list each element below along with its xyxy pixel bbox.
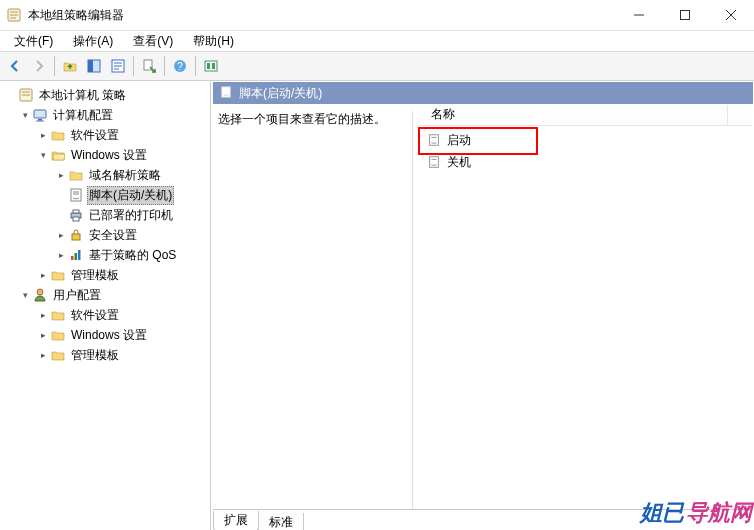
tree-label: 计算机配置 [51, 106, 115, 125]
help-button[interactable]: ? [169, 55, 191, 77]
svg-rect-33 [71, 256, 74, 260]
tree-label: 已部署的打印机 [87, 206, 175, 225]
expander-closed-icon[interactable]: ▸ [36, 330, 50, 340]
tab-standard[interactable]: 标准 [258, 513, 304, 530]
expander-closed-icon[interactable]: ▸ [36, 310, 50, 320]
properties-button[interactable] [107, 55, 129, 77]
tree-security-settings[interactable]: ▸ 安全设置 [0, 225, 210, 245]
column-divider[interactable] [412, 111, 413, 509]
list-header: 名称 [417, 105, 752, 125]
content-pane: 脚本(启动/关机) 选择一个项目来查看它的描述。 名称 启动 [211, 81, 754, 530]
svg-rect-30 [73, 210, 79, 213]
list-column: 名称 启动 关机 [417, 105, 752, 509]
expander-open-icon[interactable]: ▾ [18, 110, 32, 120]
svg-rect-23 [34, 110, 46, 118]
forward-button[interactable] [28, 55, 50, 77]
menu-view[interactable]: 查看(V) [127, 32, 179, 51]
tree-label: Windows 设置 [69, 326, 149, 345]
description-prompt: 选择一个项目来查看它的描述。 [218, 112, 386, 126]
svg-rect-5 [681, 11, 690, 20]
svg-rect-25 [36, 121, 44, 122]
tree-deployed-printers[interactable]: 已部署的打印机 [0, 205, 210, 225]
user-icon [32, 287, 48, 303]
show-hide-tree-button[interactable] [83, 55, 105, 77]
tree-label: 管理模板 [69, 266, 121, 285]
export-button[interactable] [138, 55, 160, 77]
minimize-button[interactable] [616, 0, 662, 30]
tree: 本地计算机 策略 ▾ 计算机配置 ▸ 软件设置 ▾ Windows 设置 ▸ 域 [0, 85, 210, 365]
titlebar: 本地组策略编辑器 [0, 0, 754, 31]
printer-icon [68, 207, 84, 223]
script-icon [219, 85, 233, 102]
menu-action[interactable]: 操作(A) [67, 32, 119, 51]
list-item-startup[interactable]: 启动 [417, 129, 752, 151]
policy-icon [18, 87, 34, 103]
main-area: 本地计算机 策略 ▾ 计算机配置 ▸ 软件设置 ▾ Windows 设置 ▸ 域 [0, 81, 754, 530]
script-icon [427, 155, 441, 169]
menu-help[interactable]: 帮助(H) [187, 32, 240, 51]
list-item-label: 启动 [447, 132, 471, 149]
menu-file[interactable]: 文件(F) [8, 32, 59, 51]
expander-closed-icon[interactable]: ▸ [54, 250, 68, 260]
folder-icon [50, 267, 66, 283]
expander-closed-icon[interactable]: ▸ [36, 270, 50, 280]
expander-closed-icon[interactable]: ▸ [36, 350, 50, 360]
toolbar-separator [164, 56, 165, 76]
tree-computer-config[interactable]: ▾ 计算机配置 [0, 105, 210, 125]
maximize-button[interactable] [662, 0, 708, 30]
tree-scripts[interactable]: 脚本(启动/关机) [0, 185, 210, 205]
tree-root[interactable]: 本地计算机 策略 [0, 85, 210, 105]
tab-label: 扩展 [224, 512, 248, 529]
svg-text:?: ? [177, 61, 183, 72]
tree-admin-templates-u[interactable]: ▸ 管理模板 [0, 345, 210, 365]
svg-rect-18 [207, 63, 210, 69]
tree-label: 域名解析策略 [87, 166, 163, 185]
content-header-title: 脚本(启动/关机) [239, 85, 322, 102]
tree-windows-settings-u[interactable]: ▸ Windows 设置 [0, 325, 210, 345]
up-button[interactable] [59, 55, 81, 77]
toolbar-separator [195, 56, 196, 76]
expander-closed-icon[interactable]: ▸ [54, 230, 68, 240]
tree-software-settings-u[interactable]: ▸ 软件设置 [0, 305, 210, 325]
svg-rect-32 [72, 234, 80, 240]
toolbar: ? [0, 52, 754, 81]
description-column: 选择一个项目来查看它的描述。 [218, 111, 408, 128]
column-header-name[interactable]: 名称 [417, 105, 728, 126]
expander-closed-icon[interactable]: ▸ [54, 170, 68, 180]
tree-admin-templates-c[interactable]: ▸ 管理模板 [0, 265, 210, 285]
svg-rect-19 [212, 63, 215, 69]
tab-extended[interactable]: 扩展 [213, 511, 259, 530]
tree-user-config[interactable]: ▾ 用户配置 [0, 285, 210, 305]
tree-label: 脚本(启动/关机) [87, 186, 174, 205]
column-header-spacer [728, 105, 752, 126]
expander-open-icon[interactable]: ▾ [36, 150, 50, 160]
script-icon [68, 187, 84, 203]
toolbar-separator [54, 56, 55, 76]
folder-icon [50, 327, 66, 343]
back-button[interactable] [4, 55, 26, 77]
svg-rect-35 [78, 250, 81, 260]
filter-button[interactable] [200, 55, 222, 77]
column-label: 名称 [431, 106, 455, 123]
tree-label: 基于策略的 QoS [87, 246, 178, 265]
expander-closed-icon[interactable]: ▸ [36, 130, 50, 140]
content-body: 脚本(启动/关机) 选择一个项目来查看它的描述。 名称 启动 [212, 81, 754, 530]
list-item-label: 关机 [447, 154, 471, 171]
list-item-shutdown[interactable]: 关机 [417, 151, 752, 173]
tree-dns-policy[interactable]: ▸ 域名解析策略 [0, 165, 210, 185]
tabstrip: 扩展 标准 [213, 509, 753, 530]
svg-rect-17 [205, 61, 217, 71]
folder-icon [50, 307, 66, 323]
tree-label: 软件设置 [69, 126, 121, 145]
tree-windows-settings-c[interactable]: ▾ Windows 设置 [0, 145, 210, 165]
tree-pane: 本地计算机 策略 ▾ 计算机配置 ▸ 软件设置 ▾ Windows 设置 ▸ 域 [0, 81, 211, 530]
menubar: 文件(F) 操作(A) 查看(V) 帮助(H) [0, 31, 754, 52]
expander-open-icon[interactable]: ▾ [18, 290, 32, 300]
tree-label: Windows 设置 [69, 146, 149, 165]
window-title: 本地组策略编辑器 [28, 7, 616, 24]
content-header: 脚本(启动/关机) [213, 82, 753, 104]
tree-qos[interactable]: ▸ 基于策略的 QoS [0, 245, 210, 265]
tree-software-settings-c[interactable]: ▸ 软件设置 [0, 125, 210, 145]
close-button[interactable] [708, 0, 754, 30]
computer-icon [32, 107, 48, 123]
